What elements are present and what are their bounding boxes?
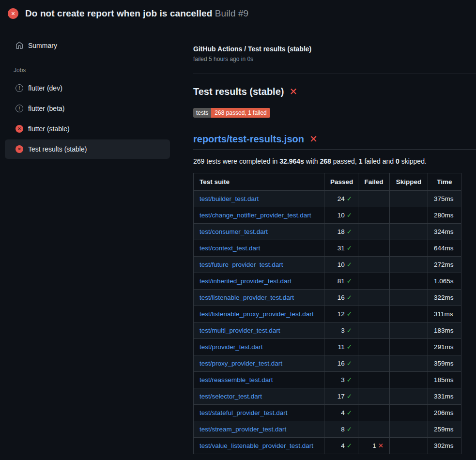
- suite-link[interactable]: test/reassemble_test.dart: [200, 376, 273, 383]
- suite-cell: test/context_test.dart: [194, 240, 324, 257]
- failed-cell: [358, 207, 390, 224]
- table-row: test/stateful_provider_test.dart 4✓ 206m…: [194, 405, 461, 421]
- table-row: test/multi_provider_test.dart 3✓ 183ms: [194, 322, 461, 339]
- suite-link[interactable]: test/value_listenable_provider_test.dart: [200, 442, 313, 449]
- x-circle-icon: ✕: [15, 145, 23, 153]
- suite-link[interactable]: test/context_test.dart: [200, 245, 260, 252]
- passed-count: 81: [338, 277, 345, 285]
- jobs-section-label: Jobs: [14, 67, 185, 74]
- column-header-test-suite: Test suite: [194, 173, 324, 191]
- suite-link[interactable]: test/stream_provider_test.dart: [200, 426, 286, 433]
- failed-cell: [358, 240, 390, 257]
- column-header-failed: Failed: [358, 173, 390, 191]
- skipped-cell: [390, 405, 428, 421]
- failed-cell: 1✕: [358, 438, 390, 454]
- suite-link[interactable]: test/inherited_provider_test.dart: [200, 277, 292, 285]
- suite-cell: test/listenable_proxy_provider_test.dart: [194, 306, 324, 322]
- skipped-cell: [390, 438, 428, 454]
- section-title-text: Test results (stable): [193, 86, 284, 97]
- sidebar-item-summary[interactable]: Summary: [5, 36, 170, 55]
- table-row: test/inherited_provider_test.dart 81✓ 1.…: [194, 273, 461, 290]
- time-cell: 302ms: [428, 438, 461, 454]
- passed-cell: 24✓: [324, 191, 358, 207]
- check-icon: ✓: [347, 409, 352, 416]
- check-icon: ✓: [347, 245, 352, 252]
- passed-cell: 17✓: [324, 388, 358, 405]
- time-cell: 1.065s: [428, 273, 461, 290]
- sidebar: Summary Jobs ! flutter (dev) ! flutter (…: [0, 27, 185, 454]
- suite-cell: test/change_notifier_provider_test.dart: [194, 207, 324, 224]
- passed-count: 18: [338, 228, 345, 235]
- suite-cell: test/listenable_provider_test.dart: [194, 290, 324, 306]
- suite-link[interactable]: test/listenable_provider_test.dart: [200, 294, 294, 301]
- suite-cell: test/reassemble_test.dart: [194, 372, 324, 388]
- suite-cell: test/value_listenable_provider_test.dart: [194, 438, 324, 454]
- suite-link[interactable]: test/consumer_test.dart: [200, 228, 268, 235]
- failed-cell: [358, 257, 390, 273]
- suite-link[interactable]: test/selector_test.dart: [200, 393, 262, 400]
- passed-count: 17: [338, 393, 345, 400]
- table-row: test/value_listenable_provider_test.dart…: [194, 438, 461, 454]
- summary-text: failed and: [363, 157, 396, 165]
- suite-cell: test/future_provider_test.dart: [194, 257, 324, 273]
- divider: [193, 74, 476, 74]
- passed-count: 3: [341, 376, 345, 383]
- run-title-text: Do not create report when job is cancell…: [25, 8, 212, 18]
- summary-duration: 32.964s: [279, 157, 304, 165]
- passed-cell: 3✓: [324, 322, 358, 339]
- passed-count: 31: [338, 245, 345, 252]
- failed-cell: [358, 224, 390, 240]
- time-cell: 644ms: [428, 240, 461, 257]
- passed-cell: 11✓: [324, 339, 358, 355]
- table-row: test/builder_test.dart 24✓ 375ms: [194, 191, 461, 207]
- passed-cell: 16✓: [324, 355, 358, 372]
- time-cell: 259ms: [428, 421, 461, 438]
- alert-circle-icon: !: [15, 105, 23, 112]
- run-header: ✕ Do not create report when job is cance…: [0, 0, 476, 27]
- app-root: ✕ Do not create report when job is cance…: [0, 0, 476, 454]
- failed-x-icon: ✕: [289, 86, 297, 97]
- skipped-cell: [390, 322, 428, 339]
- suite-link[interactable]: test/change_notifier_provider_test.dart: [200, 212, 311, 219]
- run-status-line: failed 5 hours ago in 0s: [193, 56, 476, 62]
- report-link[interactable]: reports/test-results.json: [193, 134, 304, 145]
- passed-count: 12: [338, 310, 345, 318]
- suite-cell: test/consumer_test.dart: [194, 224, 324, 240]
- test-results-table: Test suitePassedFailedSkippedTime test/b…: [193, 173, 461, 454]
- suite-link[interactable]: test/builder_test.dart: [200, 195, 259, 202]
- time-cell: 272ms: [428, 257, 461, 273]
- skipped-cell: [390, 290, 428, 306]
- passed-count: 8: [341, 426, 345, 433]
- summary-text: 269 tests were completed in: [193, 157, 279, 165]
- check-icon: ✓: [347, 195, 352, 202]
- table-row: test/reassemble_test.dart 3✓ 185ms: [194, 372, 461, 388]
- suite-link[interactable]: test/stateful_provider_test.dart: [200, 409, 288, 416]
- summary-failed-count: 1: [359, 157, 363, 165]
- sidebar-item-flutter-stable[interactable]: ✕ flutter (stable): [5, 119, 170, 138]
- skipped-cell: [390, 224, 428, 240]
- suite-link[interactable]: test/provider_test.dart: [200, 343, 263, 351]
- badge-label: tests: [193, 108, 211, 118]
- sidebar-item-flutter-dev[interactable]: ! flutter (dev): [5, 78, 170, 98]
- time-cell: 291ms: [428, 339, 461, 355]
- check-icon: ✓: [347, 360, 352, 367]
- time-cell: 280ms: [428, 207, 461, 224]
- sidebar-item-flutter-beta[interactable]: ! flutter (beta): [5, 99, 170, 118]
- sidebar-item-test-results-stable[interactable]: ✕ Test results (stable): [5, 139, 170, 159]
- report-title: reports/test-results.json✕: [193, 133, 476, 150]
- section-title: Test results (stable)✕: [193, 86, 476, 97]
- tests-badge: tests 268 passed, 1 failed: [193, 108, 270, 118]
- passed-cell: 18✓: [324, 224, 358, 240]
- check-icon: ✓: [347, 212, 352, 219]
- suite-link[interactable]: test/proxy_provider_test.dart: [200, 360, 282, 367]
- skipped-cell: [390, 421, 428, 438]
- suite-link[interactable]: test/listenable_proxy_provider_test.dart: [200, 310, 314, 318]
- suite-link[interactable]: test/future_provider_test.dart: [200, 261, 283, 268]
- skipped-cell: [390, 372, 428, 388]
- badge-value: 268 passed, 1 failed: [211, 108, 270, 118]
- suite-link[interactable]: test/multi_provider_test.dart: [200, 327, 280, 334]
- summary-passed-count: 268: [320, 157, 331, 165]
- job-label: flutter (dev): [28, 84, 62, 92]
- skipped-cell: [390, 355, 428, 372]
- passed-count: 3: [341, 327, 345, 334]
